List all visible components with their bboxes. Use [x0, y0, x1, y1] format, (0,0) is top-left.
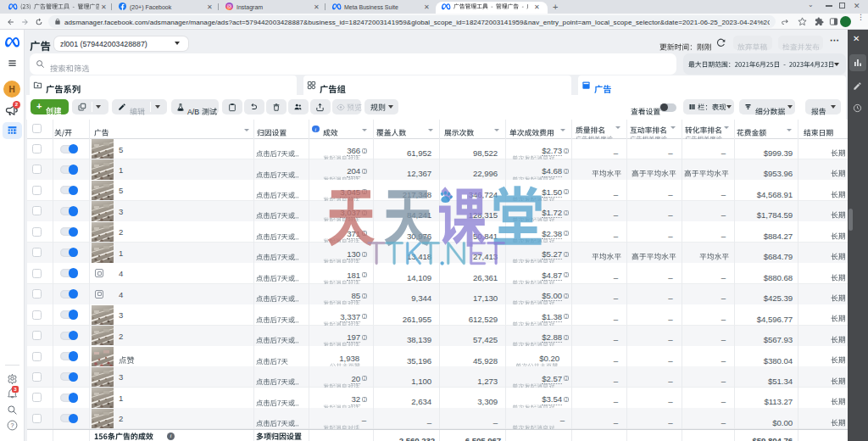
- svg-text:?: ?: [11, 422, 14, 428]
